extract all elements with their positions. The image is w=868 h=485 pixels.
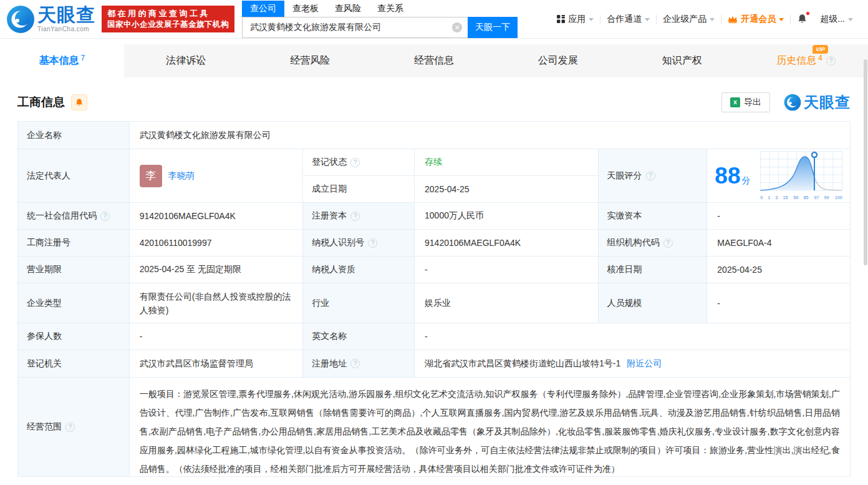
label-text: 法定代表人 [27, 170, 70, 182]
label-text: 工商注册号 [27, 237, 70, 248]
search-tabs: 查公司 查老板 查风险 查关系 [242, 1, 518, 17]
value-text: 娱乐业 [425, 298, 451, 309]
axis-tick: 3 [775, 195, 778, 200]
axis-tick: 99 [824, 195, 829, 200]
field-label-approval-date: 核准日期 [599, 257, 708, 283]
tab-business-info[interactable]: 经营信息 [372, 44, 496, 77]
value-text: - [425, 331, 428, 341]
value-text: - [717, 211, 720, 221]
notification-bell[interactable] [791, 14, 814, 24]
section-toolbar: 工商信息 x 导出 天眼查 [17, 92, 851, 112]
toolbar-right: x 导出 天眼查 [721, 92, 851, 112]
legal-rep-avatar[interactable]: 李 [140, 165, 162, 187]
nav-enterprise-label: 企业级产品 [663, 14, 706, 25]
tab-company-development[interactable]: 公司发展 [496, 44, 620, 77]
tab-label: 法律诉讼 [166, 54, 206, 67]
legal-rep-link[interactable]: 李晓萌 [168, 170, 195, 182]
chevron-down-icon [710, 18, 715, 21]
chevron-down-icon [779, 18, 784, 21]
help-icon[interactable]: ? [368, 238, 377, 248]
nav-vip-label: 开通会员 [741, 14, 776, 25]
help-icon[interactable]: ? [663, 238, 673, 248]
nav-user[interactable]: 超级... [814, 14, 859, 25]
value-text: 420106110019997 [140, 238, 212, 248]
logo-swirl-icon [784, 94, 801, 111]
help-icon[interactable]: ? [100, 212, 110, 221]
main-content: 工商信息 x 导出 天眼查 [0, 92, 868, 477]
label-text: 纳税人资质 [312, 264, 355, 275]
vip-badge: VIP [813, 45, 828, 54]
field-label-uscc: 统一社会信用代码 ? [18, 203, 130, 230]
nav-partner[interactable]: 合作通道 [600, 14, 656, 25]
search-tab-risk[interactable]: 查风险 [327, 1, 369, 17]
field-value-business-term: 2025-04-25 至 无固定期限 [130, 257, 304, 283]
nav-user-label: 超级... [820, 14, 845, 25]
field-label-reg-status: 登记状态 ? [303, 149, 415, 176]
help-icon[interactable]: ? [350, 212, 360, 221]
apps-grid-icon [557, 15, 565, 23]
axis-tick: 15 [783, 195, 788, 200]
tab-history-info[interactable]: VIP 历史信息 4 ? [744, 44, 868, 77]
help-icon[interactable]: ? [350, 158, 360, 167]
clear-search-icon[interactable]: ✕ [452, 22, 462, 32]
tab-basic-info[interactable]: 基本信息 7 [0, 44, 124, 77]
field-value-industry: 娱乐业 [415, 283, 599, 323]
value-text: 2025-04-25 [425, 184, 470, 194]
tab-label: 基本信息 [39, 54, 79, 67]
company-search-input[interactable] [242, 17, 468, 38]
page-tabs: 基本信息 7 法律诉讼 经营风险 经营信息 公司发展 知识产权 VIP 历史信息… [0, 44, 868, 77]
slogan-line1: 都在用的商业查询工具 [107, 9, 229, 17]
help-icon[interactable]: ? [350, 359, 360, 368]
help-icon[interactable]: ? [65, 423, 75, 432]
search-tab-boss[interactable]: 查老板 [284, 1, 327, 17]
label-text: 统一社会信用代码 [27, 210, 97, 222]
field-label-staff-size: 人员规模 [599, 283, 708, 323]
score-distribution-chart: 0 1 3 15 50 85 97 99 100 [760, 151, 844, 200]
nav-enterprise[interactable]: 企业级产品 [657, 14, 721, 25]
business-info-table: 企业名称 武汉黄鹤楼文化旅游发展有限公司 法定代表人 李 李晓萌 登记状态 ? … [17, 121, 851, 477]
label-text: 纳税人识别号 [312, 237, 364, 248]
export-button[interactable]: x 导出 [721, 92, 770, 112]
score-number: 88 [715, 163, 740, 189]
value-text: 2025-04-25 [717, 265, 762, 275]
subscribe-bell-icon[interactable] [71, 94, 87, 110]
status-badge: 存续 [425, 157, 442, 168]
value-text: 一般项目：游览景区管理,票务代理服务,休闲观光活动,游乐园服务,组织文化艺术交流… [140, 385, 840, 476]
search-tab-relation[interactable]: 查关系 [369, 1, 412, 17]
field-value-paid-capital: - [707, 203, 850, 230]
logo-text: 天眼查 TianYanCha.com [37, 6, 95, 32]
scrollbar-thumb[interactable] [864, 59, 867, 265]
field-label-reg-capital: 注册资本 ? [303, 203, 415, 230]
search-box: ✕ 天眼一下 [242, 17, 518, 38]
search-button[interactable]: 天眼一下 [468, 17, 518, 38]
tab-business-risk[interactable]: 经营风险 [248, 44, 372, 77]
field-value-org-code: MAEGLF0A-4 [707, 230, 850, 257]
value-text: MAEGLF0A-4 [717, 238, 771, 248]
field-label-established-date: 成立日期 [303, 176, 415, 203]
field-value-reg-status: 存续 [415, 149, 599, 176]
notification-dot [806, 11, 810, 16]
value-text: 湖北省武汉市武昌区黄鹤楼街道蛇山西山坡特1号-1 [425, 358, 620, 370]
field-value-reg-address: 湖北省武汉市武昌区黄鹤楼街道蛇山西山坡特1号-1 附近公司 [415, 350, 850, 378]
watermark-brand: 天眼查 [804, 92, 851, 112]
nav-apps[interactable]: 应用 [551, 14, 600, 25]
help-icon[interactable]: ? [826, 56, 836, 66]
tianyancha-logo[interactable]: 天眼查 TianYanCha.com [6, 5, 95, 34]
label-text: 企业名称 [27, 130, 62, 141]
nav-vip[interactable]: 开通会员 [721, 14, 790, 25]
field-label-legal-rep: 法定代表人 [18, 149, 130, 203]
tab-legal-proceedings[interactable]: 法律诉讼 [124, 44, 248, 77]
label-text: 天眼评分 [607, 170, 642, 182]
nearby-companies-link[interactable]: 附近公司 [627, 358, 662, 370]
tab-intellectual-property[interactable]: 知识产权 [620, 44, 744, 77]
chevron-down-icon [848, 18, 853, 21]
brand-name: 天眼查 [37, 6, 95, 24]
label-text: 组织机构代码 [607, 237, 660, 248]
brand-domain: TianYanCha.com [37, 26, 95, 32]
axis-tick: 100 [834, 195, 842, 200]
help-icon[interactable]: ? [646, 171, 655, 180]
field-label-english-name: 英文名称 [303, 323, 415, 350]
label-text: 成立日期 [312, 184, 347, 195]
section-title: 工商信息 [17, 94, 65, 110]
search-tab-company[interactable]: 查公司 [242, 1, 284, 17]
